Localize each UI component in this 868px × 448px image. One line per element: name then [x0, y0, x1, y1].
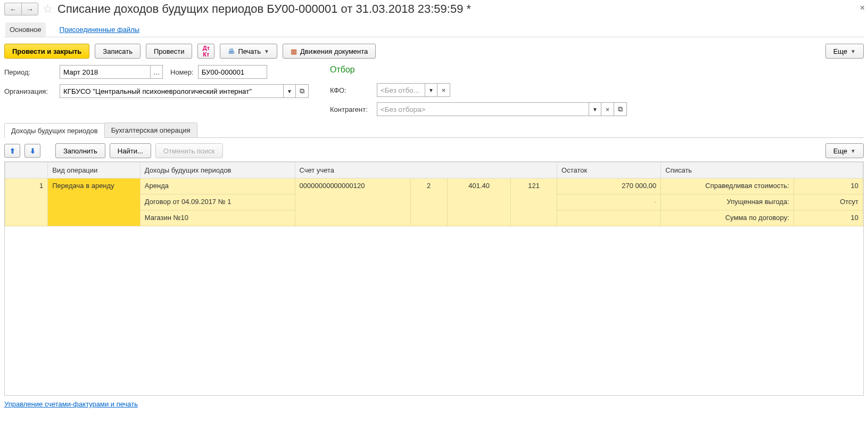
org-input[interactable]	[60, 84, 283, 98]
cell-writeoff-2-val[interactable]: Отсут	[793, 194, 863, 210]
income-grid: Вид операции Доходы будущих периодов Сче…	[5, 162, 863, 226]
more-label: Еще	[833, 147, 847, 155]
cell-writeoff-1-val[interactable]: 10	[793, 178, 863, 194]
col-number[interactable]	[5, 162, 48, 178]
cell-balance-2[interactable]: -	[557, 194, 661, 210]
cell-writeoff-3-label[interactable]: Сумма по договору:	[661, 210, 794, 226]
move-down-button[interactable]: ⬇	[24, 144, 40, 158]
col-balance[interactable]: Остаток	[557, 162, 661, 178]
col-op-type[interactable]: Вид операции	[48, 162, 140, 178]
contragent-open-button[interactable]: ⧉	[614, 102, 627, 116]
arrow-right-icon: →	[27, 5, 34, 13]
page-title: Списание доходов будущих периодов БУ00-0…	[57, 2, 471, 16]
post-button[interactable]: Провести	[146, 44, 193, 59]
cell-account-4[interactable]: 121	[511, 178, 557, 226]
period-label: Период:	[4, 68, 55, 76]
number-input[interactable]	[198, 65, 267, 79]
more-button-table[interactable]: Еще▼	[825, 143, 864, 158]
nav-back-button[interactable]: ←	[4, 3, 21, 15]
cell-writeoff-3-val[interactable]: 10	[793, 210, 863, 226]
contragent-dropdown-button[interactable]: ▼	[589, 102, 601, 116]
kfo-clear-button[interactable]: ×	[437, 83, 450, 97]
movements-button[interactable]: ▦Движения документа	[283, 44, 376, 59]
grid-container[interactable]: Вид операции Доходы будущих периодов Сче…	[4, 161, 864, 396]
tab-future-income[interactable]: Доходы будущих периодов	[4, 123, 105, 138]
nav-forward-button[interactable]: →	[21, 3, 38, 15]
post-and-close-button[interactable]: Провести и закрыть	[4, 44, 89, 59]
contragent-input[interactable]	[377, 102, 589, 116]
table-row[interactable]: 1 Передача в аренду Аренда 0000000000000…	[5, 178, 863, 194]
cell-income-3[interactable]: Магазин №10	[140, 210, 295, 226]
kfo-label: КФО:	[330, 86, 373, 94]
cell-account-full[interactable]: 00000000000000120	[295, 178, 410, 226]
tab-attached-files[interactable]: Присоединенные файлы	[55, 22, 144, 37]
cell-balance-3[interactable]	[557, 210, 661, 226]
tab-main[interactable]: Основное	[5, 22, 46, 37]
printer-icon: 🖶	[228, 47, 235, 55]
cell-income-1[interactable]: Аренда	[140, 178, 295, 194]
close-icon[interactable]: ×	[860, 3, 865, 13]
move-up-button[interactable]: ⬆	[4, 144, 20, 158]
cell-writeoff-2-label[interactable]: Упущенная выгода:	[661, 194, 794, 210]
print-button[interactable]: 🖶Печать▼	[220, 44, 277, 59]
close-icon: ×	[442, 86, 446, 94]
open-icon: ⧉	[618, 105, 623, 113]
close-icon: ×	[606, 105, 610, 113]
arrow-up-icon: ⬆	[10, 147, 15, 155]
arrow-down-icon: ⬇	[30, 147, 36, 155]
kfo-input[interactable]	[377, 83, 425, 97]
cell-op-type[interactable]: Передача в аренду	[48, 178, 140, 226]
chevron-down-icon: ▼	[428, 87, 434, 93]
chevron-down-icon: ▼	[264, 48, 269, 54]
save-button[interactable]: Записать	[95, 44, 140, 59]
print-label: Печать	[238, 47, 261, 55]
col-account[interactable]: Счет учета	[295, 162, 557, 178]
open-icon: ⧉	[300, 87, 304, 95]
movements-label: Движения документа	[300, 47, 368, 55]
chevron-down-icon: ▼	[850, 148, 856, 154]
cancel-find-button: Отменить поиск	[155, 143, 223, 158]
org-open-button[interactable]: ⧉	[296, 84, 309, 98]
org-dropdown-button[interactable]: ▼	[283, 84, 296, 98]
contragent-label: Контрагент:	[330, 105, 373, 113]
cell-writeoff-1-label[interactable]: Справедливая стоимость:	[661, 178, 794, 194]
cell-account-2[interactable]: 2	[410, 178, 447, 226]
tab-accounting-operation[interactable]: Бухгалтерская операция	[104, 123, 197, 137]
arrow-left-icon: ←	[10, 5, 16, 13]
period-select-button[interactable]: …	[150, 65, 163, 79]
dt-kt-icon: ДтКт	[203, 45, 210, 58]
org-label: Организация:	[4, 87, 55, 95]
favorite-star-icon[interactable]: ☆	[43, 2, 53, 16]
chevron-down-icon: ▼	[850, 48, 856, 54]
chevron-down-icon: ▼	[592, 107, 598, 112]
more-button-top[interactable]: Еще▼	[825, 44, 864, 59]
col-income[interactable]: Доходы будущих периодов	[140, 162, 295, 178]
dt-kt-button[interactable]: ДтКт	[197, 44, 214, 59]
cell-row-number: 1	[5, 178, 48, 226]
filter-title: Отбор	[330, 65, 627, 75]
cell-account-3[interactable]: 401.40	[447, 178, 510, 226]
cell-balance[interactable]: 270 000,00	[557, 178, 661, 194]
more-label: Еще	[833, 47, 847, 55]
kfo-dropdown-button[interactable]: ▼	[425, 83, 437, 97]
chevron-down-icon: ▼	[287, 88, 292, 94]
col-writeoff[interactable]: Списать	[661, 162, 863, 178]
movements-icon: ▦	[291, 47, 297, 55]
fill-button[interactable]: Заполнить	[55, 143, 105, 158]
period-input[interactable]	[60, 65, 150, 79]
invoice-management-link[interactable]: Управление счетами-фактурами и печать	[4, 400, 864, 408]
find-button[interactable]: Найти...	[110, 143, 151, 158]
number-label: Номер:	[170, 68, 194, 76]
cell-income-2[interactable]: Договор от 04.09.2017 № 1	[140, 194, 295, 210]
contragent-clear-button[interactable]: ×	[601, 102, 614, 116]
